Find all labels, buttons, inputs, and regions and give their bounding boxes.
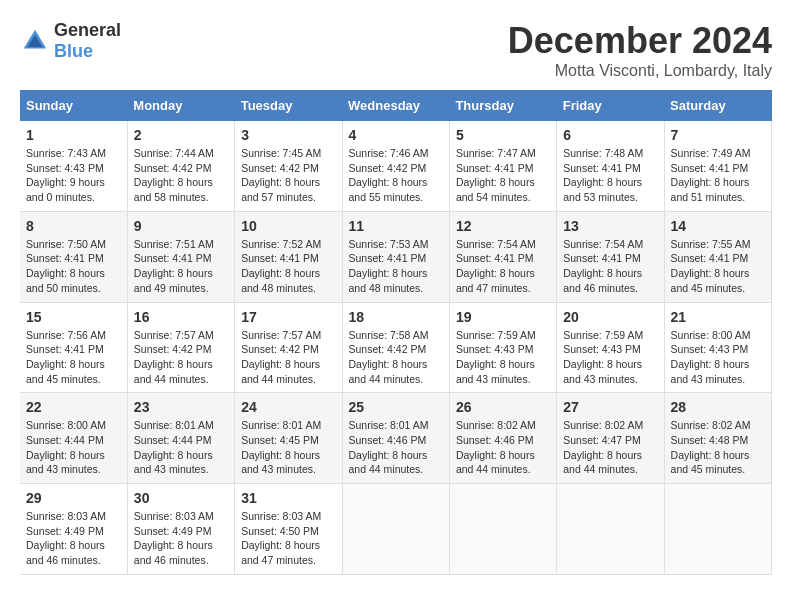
cell-info: Sunrise: 7:57 AMSunset: 4:42 PMDaylight:… [134, 329, 214, 385]
calendar-cell: 17 Sunrise: 7:57 AMSunset: 4:42 PMDaylig… [235, 302, 342, 393]
calendar-cell: 20 Sunrise: 7:59 AMSunset: 4:43 PMDaylig… [557, 302, 664, 393]
cell-info: Sunrise: 7:45 AMSunset: 4:42 PMDaylight:… [241, 147, 321, 203]
cell-info: Sunrise: 7:59 AMSunset: 4:43 PMDaylight:… [456, 329, 536, 385]
day-number: 13 [563, 218, 657, 234]
day-number: 8 [26, 218, 121, 234]
calendar-cell: 19 Sunrise: 7:59 AMSunset: 4:43 PMDaylig… [449, 302, 556, 393]
day-number: 17 [241, 309, 335, 325]
day-number: 18 [349, 309, 443, 325]
day-number: 16 [134, 309, 228, 325]
page-header: General Blue December 2024 Motta Viscont… [20, 20, 772, 80]
header-saturday: Saturday [664, 90, 771, 121]
calendar-cell: 27 Sunrise: 8:02 AMSunset: 4:47 PMDaylig… [557, 393, 664, 484]
day-number: 19 [456, 309, 550, 325]
cell-info: Sunrise: 8:03 AMSunset: 4:50 PMDaylight:… [241, 510, 321, 566]
location-title: Motta Visconti, Lombardy, Italy [508, 62, 772, 80]
day-number: 14 [671, 218, 765, 234]
calendar-cell: 24 Sunrise: 8:01 AMSunset: 4:45 PMDaylig… [235, 393, 342, 484]
day-number: 20 [563, 309, 657, 325]
cell-info: Sunrise: 8:02 AMSunset: 4:48 PMDaylight:… [671, 419, 751, 475]
cell-info: Sunrise: 8:03 AMSunset: 4:49 PMDaylight:… [26, 510, 106, 566]
calendar-week-5: 29 Sunrise: 8:03 AMSunset: 4:49 PMDaylig… [20, 484, 772, 575]
calendar-cell: 13 Sunrise: 7:54 AMSunset: 4:41 PMDaylig… [557, 211, 664, 302]
calendar-week-4: 22 Sunrise: 8:00 AMSunset: 4:44 PMDaylig… [20, 393, 772, 484]
cell-info: Sunrise: 7:57 AMSunset: 4:42 PMDaylight:… [241, 329, 321, 385]
cell-info: Sunrise: 8:02 AMSunset: 4:46 PMDaylight:… [456, 419, 536, 475]
title-area: December 2024 Motta Visconti, Lombardy, … [508, 20, 772, 80]
calendar-cell: 28 Sunrise: 8:02 AMSunset: 4:48 PMDaylig… [664, 393, 771, 484]
day-number: 9 [134, 218, 228, 234]
day-number: 11 [349, 218, 443, 234]
cell-info: Sunrise: 8:00 AMSunset: 4:44 PMDaylight:… [26, 419, 106, 475]
logo-blue: Blue [54, 41, 93, 61]
day-number: 2 [134, 127, 228, 143]
logo-text: General Blue [54, 20, 121, 62]
day-number: 15 [26, 309, 121, 325]
header-sunday: Sunday [20, 90, 127, 121]
cell-info: Sunrise: 7:52 AMSunset: 4:41 PMDaylight:… [241, 238, 321, 294]
calendar-week-2: 8 Sunrise: 7:50 AMSunset: 4:41 PMDayligh… [20, 211, 772, 302]
cell-info: Sunrise: 8:01 AMSunset: 4:45 PMDaylight:… [241, 419, 321, 475]
day-number: 27 [563, 399, 657, 415]
day-number: 23 [134, 399, 228, 415]
cell-info: Sunrise: 7:53 AMSunset: 4:41 PMDaylight:… [349, 238, 429, 294]
calendar-cell: 18 Sunrise: 7:58 AMSunset: 4:42 PMDaylig… [342, 302, 449, 393]
day-number: 30 [134, 490, 228, 506]
cell-info: Sunrise: 7:47 AMSunset: 4:41 PMDaylight:… [456, 147, 536, 203]
day-number: 4 [349, 127, 443, 143]
calendar-cell: 22 Sunrise: 8:00 AMSunset: 4:44 PMDaylig… [20, 393, 127, 484]
calendar-cell: 30 Sunrise: 8:03 AMSunset: 4:49 PMDaylig… [127, 484, 234, 575]
calendar-header-row: SundayMondayTuesdayWednesdayThursdayFrid… [20, 90, 772, 121]
calendar-cell: 14 Sunrise: 7:55 AMSunset: 4:41 PMDaylig… [664, 211, 771, 302]
header-monday: Monday [127, 90, 234, 121]
logo-general: General [54, 20, 121, 40]
calendar-table: SundayMondayTuesdayWednesdayThursdayFrid… [20, 90, 772, 575]
calendar-cell: 2 Sunrise: 7:44 AMSunset: 4:42 PMDayligh… [127, 121, 234, 211]
day-number: 5 [456, 127, 550, 143]
cell-info: Sunrise: 7:55 AMSunset: 4:41 PMDaylight:… [671, 238, 751, 294]
cell-info: Sunrise: 8:00 AMSunset: 4:43 PMDaylight:… [671, 329, 751, 385]
header-tuesday: Tuesday [235, 90, 342, 121]
cell-info: Sunrise: 7:54 AMSunset: 4:41 PMDaylight:… [456, 238, 536, 294]
calendar-cell: 6 Sunrise: 7:48 AMSunset: 4:41 PMDayligh… [557, 121, 664, 211]
cell-info: Sunrise: 7:51 AMSunset: 4:41 PMDaylight:… [134, 238, 214, 294]
calendar-cell: 12 Sunrise: 7:54 AMSunset: 4:41 PMDaylig… [449, 211, 556, 302]
calendar-week-3: 15 Sunrise: 7:56 AMSunset: 4:41 PMDaylig… [20, 302, 772, 393]
cell-info: Sunrise: 8:01 AMSunset: 4:46 PMDaylight:… [349, 419, 429, 475]
calendar-cell: 9 Sunrise: 7:51 AMSunset: 4:41 PMDayligh… [127, 211, 234, 302]
logo-icon [20, 26, 50, 56]
cell-info: Sunrise: 7:56 AMSunset: 4:41 PMDaylight:… [26, 329, 106, 385]
day-number: 7 [671, 127, 765, 143]
cell-info: Sunrise: 7:44 AMSunset: 4:42 PMDaylight:… [134, 147, 214, 203]
calendar-cell: 5 Sunrise: 7:47 AMSunset: 4:41 PMDayligh… [449, 121, 556, 211]
month-title: December 2024 [508, 20, 772, 62]
day-number: 10 [241, 218, 335, 234]
cell-info: Sunrise: 7:49 AMSunset: 4:41 PMDaylight:… [671, 147, 751, 203]
calendar-cell: 16 Sunrise: 7:57 AMSunset: 4:42 PMDaylig… [127, 302, 234, 393]
day-number: 6 [563, 127, 657, 143]
day-number: 28 [671, 399, 765, 415]
cell-info: Sunrise: 8:03 AMSunset: 4:49 PMDaylight:… [134, 510, 214, 566]
calendar-cell: 3 Sunrise: 7:45 AMSunset: 4:42 PMDayligh… [235, 121, 342, 211]
calendar-cell [557, 484, 664, 575]
day-number: 12 [456, 218, 550, 234]
cell-info: Sunrise: 7:50 AMSunset: 4:41 PMDaylight:… [26, 238, 106, 294]
calendar-cell [342, 484, 449, 575]
day-number: 29 [26, 490, 121, 506]
calendar-cell: 11 Sunrise: 7:53 AMSunset: 4:41 PMDaylig… [342, 211, 449, 302]
header-wednesday: Wednesday [342, 90, 449, 121]
day-number: 26 [456, 399, 550, 415]
calendar-week-1: 1 Sunrise: 7:43 AMSunset: 4:43 PMDayligh… [20, 121, 772, 211]
day-number: 25 [349, 399, 443, 415]
calendar-cell: 21 Sunrise: 8:00 AMSunset: 4:43 PMDaylig… [664, 302, 771, 393]
day-number: 21 [671, 309, 765, 325]
header-friday: Friday [557, 90, 664, 121]
day-number: 3 [241, 127, 335, 143]
calendar-cell [449, 484, 556, 575]
calendar-cell: 31 Sunrise: 8:03 AMSunset: 4:50 PMDaylig… [235, 484, 342, 575]
calendar-cell: 29 Sunrise: 8:03 AMSunset: 4:49 PMDaylig… [20, 484, 127, 575]
cell-info: Sunrise: 7:46 AMSunset: 4:42 PMDaylight:… [349, 147, 429, 203]
cell-info: Sunrise: 7:48 AMSunset: 4:41 PMDaylight:… [563, 147, 643, 203]
calendar-cell: 1 Sunrise: 7:43 AMSunset: 4:43 PMDayligh… [20, 121, 127, 211]
calendar-cell: 25 Sunrise: 8:01 AMSunset: 4:46 PMDaylig… [342, 393, 449, 484]
